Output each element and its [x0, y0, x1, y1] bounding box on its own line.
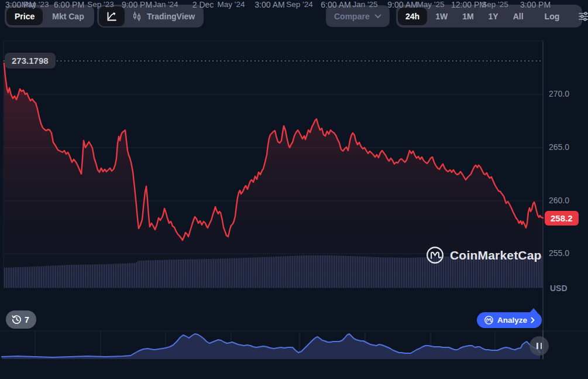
volume-bar	[273, 257, 274, 288]
minimap-tick-label: Jan '24	[153, 0, 178, 9]
volume-bar	[385, 257, 386, 288]
history-badge[interactable]: 7	[6, 310, 36, 329]
volume-bar	[417, 258, 418, 288]
volume-bar	[266, 257, 267, 288]
volume-bar	[239, 258, 240, 288]
volume-bar	[183, 260, 184, 288]
volume-bar	[41, 267, 42, 288]
volume-bar	[76, 265, 77, 288]
range-24h[interactable]: 24h	[398, 8, 427, 25]
x-tick-label: 6:00 PM	[54, 0, 84, 9]
volume-bar	[15, 267, 16, 288]
volume-bar	[167, 260, 169, 288]
volume-bar	[236, 258, 237, 288]
volume-bar	[97, 264, 98, 288]
volume-bar	[178, 260, 179, 288]
volume-bar	[264, 257, 265, 288]
chart-settings-button[interactable]	[574, 9, 588, 23]
volume-bar	[201, 259, 202, 288]
history-icon	[12, 315, 22, 325]
volume-bar	[338, 255, 339, 288]
mktcap-tab[interactable]: Mkt Cap	[44, 8, 92, 25]
volume-bar	[208, 259, 209, 288]
minimap-tick-label: May '25	[417, 0, 445, 9]
cmc-analyze-icon	[484, 315, 494, 325]
volume-bar	[297, 255, 298, 288]
volume-bar	[51, 266, 53, 288]
volume-bar	[190, 260, 191, 288]
volume-bar	[185, 260, 186, 288]
volume-bar	[339, 256, 341, 288]
volume-bar	[180, 260, 181, 288]
minimap-tick-label: Sep '23	[87, 0, 114, 9]
volume-bar	[102, 264, 104, 288]
volume-bar	[116, 264, 118, 288]
minimap-drag-handle[interactable]	[529, 336, 549, 356]
volume-bar	[346, 256, 348, 288]
volume-bar	[271, 257, 272, 288]
volume-bar	[16, 267, 18, 288]
volume-bar	[274, 257, 276, 288]
volume-bar	[350, 256, 351, 288]
volume-bar	[332, 255, 333, 288]
range-1w[interactable]: 1W	[429, 8, 454, 25]
y-tick-label: 265.0	[549, 142, 569, 152]
volume-bar	[223, 258, 225, 288]
volume-bar	[380, 257, 381, 288]
volume-bar	[422, 257, 423, 288]
volume-bar	[37, 267, 39, 288]
volume-bar	[66, 265, 67, 288]
range-1m[interactable]: 1M	[456, 8, 480, 25]
volume-bar	[78, 265, 79, 288]
minimap-tick-label: May '24	[218, 0, 245, 9]
log-scale-button[interactable]: Log	[538, 8, 566, 25]
volume-bar	[157, 260, 158, 288]
currency-label: USD	[550, 284, 568, 293]
volume-bar	[278, 257, 279, 288]
volume-bar	[115, 264, 116, 288]
volume-bar	[150, 260, 151, 288]
volume-bar	[36, 267, 37, 288]
volume-bar	[39, 267, 40, 288]
volume-bar	[122, 264, 123, 288]
volume-bar	[253, 257, 255, 288]
y-tick-label: 260.0	[549, 196, 569, 205]
volume-bar	[320, 255, 321, 288]
watermark: CoinMarketCap	[425, 245, 542, 265]
volume-bar	[34, 267, 35, 288]
volume-bar	[378, 257, 379, 288]
volume-bar	[285, 256, 286, 288]
analyze-button[interactable]: Analyze	[477, 312, 542, 328]
volume-bar	[259, 257, 260, 288]
x-tick-label: 6:00 AM	[321, 0, 350, 9]
range-1y[interactable]: 1Y	[482, 8, 505, 25]
volume-bar	[304, 255, 305, 288]
volume-bar	[85, 265, 86, 288]
volume-bar	[294, 256, 295, 288]
volume-bar	[13, 267, 14, 288]
volume-bar	[374, 257, 376, 288]
volume-bar	[83, 265, 84, 288]
volume-bar	[325, 255, 326, 288]
volume-bar	[308, 255, 309, 288]
volume-bar	[280, 257, 281, 288]
volume-bar	[169, 260, 170, 288]
volume-bar	[392, 258, 393, 288]
volume-bar	[145, 261, 146, 288]
price-tab[interactable]: Price	[6, 8, 43, 25]
volume-bar	[44, 266, 46, 288]
volume-bar	[343, 256, 344, 288]
volume-bar	[101, 264, 102, 288]
volume-bar	[60, 265, 61, 288]
volume-bar	[245, 258, 246, 288]
volume-bar	[199, 259, 200, 288]
line-chart-type-button[interactable]	[99, 6, 125, 26]
sliders-icon	[579, 12, 588, 21]
volume-bar	[55, 265, 56, 288]
volume-bar	[159, 260, 160, 288]
volume-bar	[22, 267, 23, 288]
range-all[interactable]: All	[507, 8, 530, 25]
volume-bar	[281, 257, 283, 288]
volume-bar	[174, 260, 176, 288]
volume-bar	[99, 264, 100, 288]
